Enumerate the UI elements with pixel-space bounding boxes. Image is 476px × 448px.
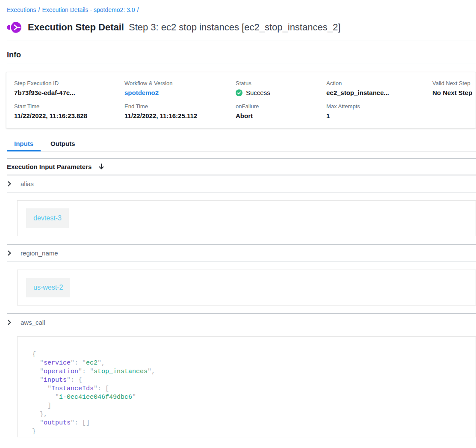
code-line: "service": "ec2", xyxy=(32,359,467,368)
execution-input-parameters-header: Execution Input Parameters xyxy=(7,159,476,175)
field-label: Max Attempts xyxy=(326,103,432,110)
field-label: Valid Next Step xyxy=(432,80,476,86)
info-field-empty xyxy=(432,103,476,119)
info-field-step-execution-id: Step Execution ID 7b73f93e-edaf-47c... xyxy=(14,80,124,96)
field-label: Step Execution ID xyxy=(14,80,124,86)
field-value: 1 xyxy=(326,112,432,119)
field-value: Abort xyxy=(236,112,326,119)
page-subtitle: Step 3: ec2 stop instances [ec2_stop_ins… xyxy=(129,22,340,33)
code-line: ] xyxy=(32,402,467,410)
param-row-alias[interactable]: alias xyxy=(7,175,476,193)
code-line: "operation": "stop_instances", xyxy=(32,368,467,376)
param-value-panel-region-name: us-west-2 xyxy=(17,270,476,306)
info-divider xyxy=(7,63,476,63)
workflow-link[interactable]: spotdemo2 xyxy=(124,89,236,96)
param-value-panel-alias: devtest-3 xyxy=(17,200,476,236)
code-line: { xyxy=(32,350,467,359)
code-line: "i-0ec41ee046f49dbc6" xyxy=(32,393,467,402)
field-value: No Next Step xyxy=(432,89,476,96)
chevron-right-icon[interactable] xyxy=(7,250,12,256)
field-value: 11/22/2022, 11:16:25.112 xyxy=(124,112,236,119)
status-badge: Success xyxy=(246,89,270,96)
tab-bar: Inputs Outputs xyxy=(7,137,476,151)
collapse-all-arrow-down-icon[interactable] xyxy=(98,163,105,170)
breadcrumb-link-executions[interactable]: Executions xyxy=(7,6,36,13)
field-label: Action xyxy=(326,80,432,86)
info-field-max-attempts: Max Attempts 1 xyxy=(326,103,432,119)
field-label: Status xyxy=(236,80,326,86)
breadcrumb: Executions/Execution Details - spotdemo2… xyxy=(0,0,476,13)
field-value: 7b73f93e-edaf-47c... xyxy=(14,89,124,96)
param-value-chip-alias: devtest-3 xyxy=(26,208,69,228)
app-logo-icon xyxy=(7,21,22,34)
param-name-alias: alias xyxy=(21,180,34,187)
info-field-workflow-version: Workflow & Version spotdemo2 xyxy=(124,80,236,96)
param-value-chip-region-name: us-west-2 xyxy=(26,278,70,297)
field-label: onFailure xyxy=(236,103,326,110)
info-field-start-time: Start Time 11/22/2022, 11:16:23.828 xyxy=(14,103,124,119)
info-field-valid-next-step: Valid Next Step No Next Step xyxy=(432,80,476,96)
code-line: "outputs": [] xyxy=(32,419,467,427)
info-field-action: Action ec2_stop_instance... xyxy=(326,80,432,96)
breadcrumb-link-execution-details[interactable]: Execution Details - spotdemo2: 3.0 xyxy=(42,6,135,13)
breadcrumb-separator: / xyxy=(137,6,139,13)
param-row-region-name[interactable]: region_name xyxy=(7,245,476,262)
field-label: Start Time xyxy=(14,103,124,110)
code-line: } xyxy=(32,427,467,436)
json-code-block: { "service": "ec2", "operation": "stop_i… xyxy=(17,336,476,437)
info-card: Step Execution ID 7b73f93e-edaf-47c... W… xyxy=(6,72,476,128)
field-value: 11/22/2022, 11:16:23.828 xyxy=(14,112,124,119)
field-label: Workflow & Version xyxy=(124,80,236,86)
tab-outputs[interactable]: Outputs xyxy=(43,137,83,151)
chevron-right-icon[interactable] xyxy=(7,320,12,325)
page-header: Execution Step Detail Step 3: ec2 stop i… xyxy=(7,21,469,34)
code-line: }, xyxy=(32,410,467,419)
success-check-icon xyxy=(236,89,242,96)
field-value: ec2_stop_instance... xyxy=(326,89,432,96)
param-name-region-name: region_name xyxy=(21,249,58,257)
breadcrumb-separator: / xyxy=(38,6,40,13)
execution-input-parameters-label: Execution Input Parameters xyxy=(7,163,92,170)
code-line: "InstanceIds": [ xyxy=(32,385,467,393)
code-line: "inputs": { xyxy=(32,376,467,385)
param-name-aws-call: aws_call xyxy=(21,319,45,326)
page-title: Execution Step Detail xyxy=(28,22,124,33)
info-field-status: Status Success xyxy=(236,80,326,96)
tab-inputs[interactable]: Inputs xyxy=(7,137,41,151)
field-label: End Time xyxy=(124,103,236,110)
info-section-heading: Info xyxy=(7,50,469,59)
chevron-right-icon[interactable] xyxy=(7,181,12,187)
header-divider xyxy=(7,41,476,41)
param-row-aws-call[interactable]: aws_call xyxy=(7,314,476,331)
info-field-end-time: End Time 11/22/2022, 11:16:25.112 xyxy=(124,103,236,119)
info-field-onfailure: onFailure Abort xyxy=(236,103,326,119)
